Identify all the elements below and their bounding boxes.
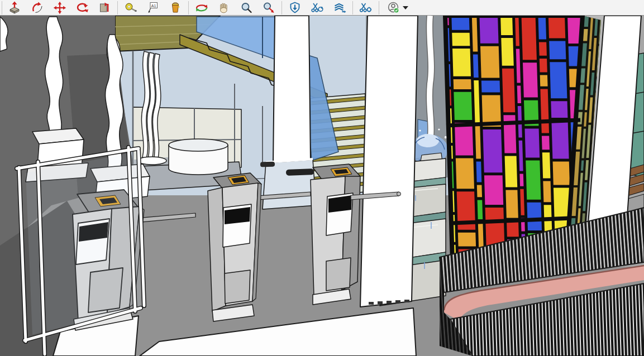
move-icon bbox=[52, 1, 68, 15]
scissors-sync-icon bbox=[309, 1, 325, 15]
push-pull-icon bbox=[7, 1, 23, 15]
extension-layers-button[interactable] bbox=[328, 1, 351, 15]
model-canvas[interactable] bbox=[0, 16, 644, 356]
model-viewport[interactable] bbox=[0, 16, 644, 356]
scissors-settings-icon bbox=[358, 1, 374, 15]
orbit-tool-button[interactable] bbox=[190, 1, 213, 15]
turnstile-2 bbox=[208, 173, 261, 321]
toolbar-divider bbox=[282, 1, 282, 15]
rotate-icon bbox=[74, 1, 90, 15]
offset-icon bbox=[97, 1, 112, 15]
toolbar-divider bbox=[2, 1, 2, 15]
floor-slot bbox=[286, 169, 314, 176]
account-button[interactable] bbox=[381, 1, 413, 15]
zoom-icon bbox=[238, 1, 254, 15]
account-dropdown-caret bbox=[402, 6, 409, 10]
toolbar-divider bbox=[117, 1, 118, 15]
tape-measure-tool-button[interactable] bbox=[120, 1, 142, 15]
turnstile-3 bbox=[311, 164, 360, 305]
pan-tool-button[interactable] bbox=[213, 1, 235, 15]
push-pull-tool-button[interactable] bbox=[4, 1, 26, 15]
sketchup-window: A1 bbox=[0, 0, 644, 356]
pan-icon bbox=[216, 1, 232, 15]
zoom-tool-button[interactable] bbox=[235, 1, 257, 15]
paint-bucket-tool-button[interactable] bbox=[164, 1, 187, 15]
extension-shield-button[interactable] bbox=[284, 1, 306, 15]
move-tool-button[interactable] bbox=[49, 1, 71, 15]
toolbar: A1 bbox=[0, 0, 644, 16]
layers-forward-icon bbox=[332, 1, 347, 15]
paint-bucket-icon bbox=[168, 1, 183, 15]
floor-slot bbox=[260, 162, 275, 167]
zoom-extents-tool-button[interactable] bbox=[257, 1, 280, 15]
shield-download-icon bbox=[287, 1, 303, 15]
zoom-extents-icon bbox=[261, 1, 276, 15]
toolbar-divider bbox=[379, 1, 379, 15]
column-front bbox=[360, 16, 418, 307]
text-icon: A1 bbox=[145, 1, 161, 15]
tape-measure-icon bbox=[123, 1, 139, 15]
extension-cut-sync-button[interactable] bbox=[306, 1, 328, 15]
extension-cut-settings-button[interactable] bbox=[355, 1, 377, 15]
svg-text:A1: A1 bbox=[151, 3, 156, 7]
water-stream bbox=[430, 16, 431, 137]
toolbar-divider bbox=[188, 1, 189, 15]
offset-tool-button[interactable] bbox=[93, 1, 116, 15]
account-avatar-icon bbox=[385, 1, 402, 15]
follow-me-tool-button[interactable] bbox=[26, 1, 49, 15]
toolbar-divider bbox=[352, 1, 353, 15]
follow-me-icon bbox=[30, 1, 45, 15]
orbit-icon bbox=[194, 1, 209, 15]
text-tool-button[interactable]: A1 bbox=[142, 1, 164, 15]
rotate-tool-button[interactable] bbox=[71, 1, 93, 15]
